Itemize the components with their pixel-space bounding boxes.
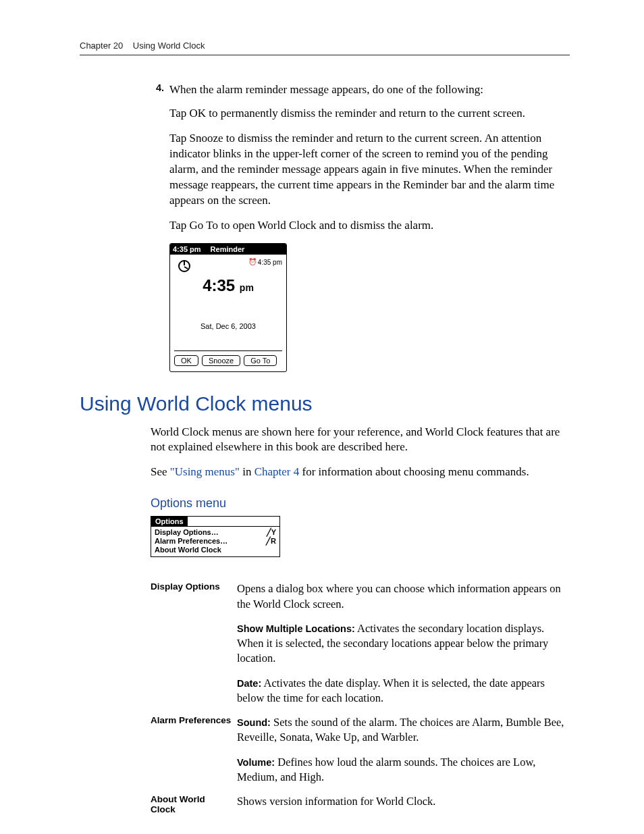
- ok-button[interactable]: OK: [174, 355, 198, 366]
- paragraph-ok: Tap OK to permanently dismiss the remind…: [169, 106, 570, 122]
- term-display-options: Display Options: [151, 577, 237, 617]
- options-definitions: Display Options Opens a dialog box where…: [151, 577, 570, 820]
- desc-display-options-1: Opens a dialog box where you can choose …: [237, 577, 570, 617]
- desc-about-world-clock: Shows version information for World Cloc…: [237, 790, 570, 820]
- options-menu-screenshot: Options Display Options… ╱Y Alarm Prefer…: [151, 516, 280, 557]
- alarm-time: 4:35 pm: [258, 259, 282, 266]
- menu-item-display-options[interactable]: Display Options… ╱Y: [155, 528, 276, 537]
- titlebar-label: Reminder: [211, 245, 245, 253]
- menu-item-alarm-preferences[interactable]: Alarm Preferences… ╱R: [155, 537, 276, 546]
- step-4: 4. When the alarm reminder message appea…: [151, 82, 570, 98]
- paragraph-goto: Tap Go To to open World Clock and to dis…: [169, 218, 570, 234]
- heading-options-menu: Options menu: [151, 496, 570, 511]
- chapter-title: Using World Clock: [133, 41, 205, 51]
- clock-icon: [177, 259, 192, 273]
- term-about-world-clock: About World Clock: [151, 790, 237, 820]
- menu-item-about-world-clock[interactable]: About World Clock: [155, 546, 276, 554]
- titlebar-time: 4:35 pm: [173, 245, 201, 253]
- paragraph-snooze: Tap Snooze to dismiss the reminder and r…: [169, 131, 570, 209]
- desc-alarm-preferences-2: Volume: Defines how loud the alarm sound…: [237, 751, 570, 791]
- chapter-label: Chapter 20: [80, 41, 123, 51]
- desc-display-options-2: Show Multiple Locations: Activates the s…: [237, 617, 570, 672]
- reminder-screenshot: 4:35 pm Reminder ⏰ 4:35 pm 4:35 pm Sat, …: [169, 243, 287, 372]
- menu-title-options[interactable]: Options: [151, 517, 188, 526]
- intro-paragraph: World Clock menus are shown here for you…: [151, 425, 570, 456]
- term-alarm-preferences: Alarm Preferences: [151, 711, 237, 751]
- step-number: 4.: [151, 82, 164, 93]
- link-using-menus[interactable]: "Using menus": [170, 465, 240, 478]
- alarm-icon: ⏰: [248, 259, 257, 265]
- page-header: Chapter 20 Using World Clock: [80, 41, 570, 55]
- reminder-big-time: 4:35 pm: [174, 276, 282, 295]
- link-chapter-4[interactable]: Chapter 4: [254, 465, 300, 478]
- reminder-titlebar: 4:35 pm Reminder: [170, 244, 286, 255]
- see-paragraph: See "Using menus" in Chapter 4 for infor…: [151, 465, 570, 480]
- step-text: When the alarm reminder message appears,…: [169, 82, 483, 98]
- desc-display-options-3: Date: Activates the date display. When i…: [237, 672, 570, 712]
- desc-alarm-preferences-1: Sound: Sets the sound of the alarm. The …: [237, 711, 570, 751]
- goto-button[interactable]: Go To: [244, 355, 277, 366]
- reminder-date: Sat, Dec 6, 2003: [174, 322, 282, 330]
- heading-using-menus: Using World Clock menus: [80, 392, 570, 415]
- snooze-button[interactable]: Snooze: [202, 355, 240, 366]
